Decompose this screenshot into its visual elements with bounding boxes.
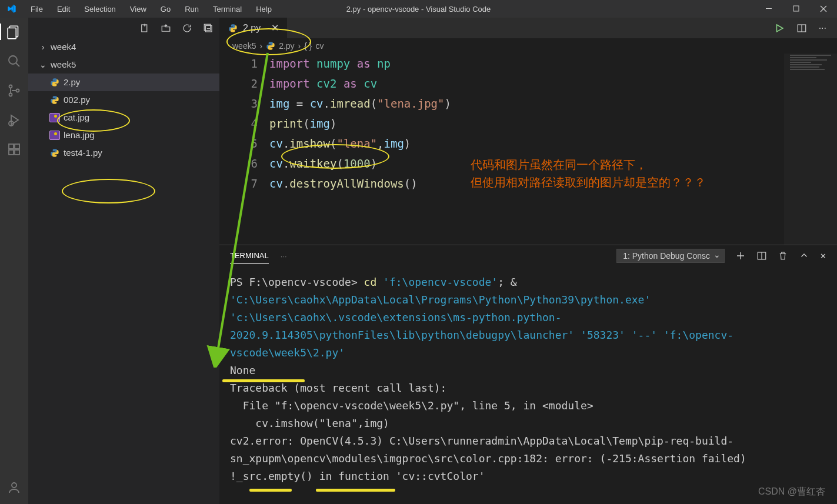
breadcrumb-seg3[interactable]: { } <box>304 41 312 51</box>
image-file-icon <box>49 113 60 122</box>
explorer-toolbar <box>28 18 219 38</box>
svg-rect-14 <box>142 25 147 32</box>
python-file-icon <box>49 77 60 88</box>
chevron-right-icon: › <box>259 41 262 51</box>
file-002.py[interactable]: 002.py <box>28 91 219 109</box>
account-icon[interactable] <box>6 479 22 496</box>
image-file-icon <box>49 131 60 140</box>
file-tree: ›week4⌄week52.py002.pycat.jpglena.jpgtes… <box>28 38 219 162</box>
menu-help[interactable]: Help <box>249 2 279 16</box>
collapse-all-icon[interactable] <box>203 23 214 34</box>
more-icon[interactable]: ··· <box>281 252 287 261</box>
breadcrumb-seg2[interactable]: 2.py <box>279 41 294 51</box>
tab-label: 2.py <box>243 23 261 34</box>
svg-rect-1 <box>793 6 799 11</box>
bottom-panel: TERMINAL ··· 1: Python Debug Consc ✕ PS … <box>219 245 837 504</box>
menu-run[interactable]: Run <box>178 2 206 16</box>
new-folder-icon[interactable] <box>161 23 171 34</box>
line-numbers: 1234567 <box>219 54 269 245</box>
file-test4-1.py[interactable]: test4-1.py <box>28 144 219 162</box>
maximize-button[interactable] <box>783 0 810 18</box>
run-button[interactable] <box>774 23 785 34</box>
refresh-icon[interactable] <box>182 23 192 34</box>
titlebar: File Edit Selection View Go Run Terminal… <box>0 0 837 18</box>
svg-rect-16 <box>204 24 211 31</box>
chevron-right-icon: › <box>39 38 47 56</box>
breadcrumb-seg4[interactable]: cv <box>316 41 324 51</box>
breadcrumb[interactable]: week5 › 2.py › { } cv <box>219 38 837 54</box>
svg-point-7 <box>16 89 19 92</box>
svg-rect-9 <box>9 144 14 149</box>
file-cat.jpg[interactable]: cat.jpg <box>28 109 219 126</box>
svg-rect-12 <box>15 144 19 149</box>
search-icon[interactable] <box>6 53 22 69</box>
menu-selection[interactable]: Selection <box>77 2 122 16</box>
minimap[interactable] <box>784 54 837 245</box>
svg-rect-10 <box>9 150 14 155</box>
more-actions-icon[interactable]: ··· <box>819 23 826 34</box>
menu-view[interactable]: View <box>123 2 154 16</box>
window-title: 2.py - opencv-vscode - Visual Studio Cod… <box>346 5 491 14</box>
svg-rect-3 <box>8 28 16 39</box>
menu-edit[interactable]: Edit <box>50 2 77 16</box>
chevron-down-icon: ⌄ <box>39 56 47 74</box>
menubar: File Edit Selection View Go Run Terminal… <box>24 2 279 16</box>
svg-point-5 <box>9 85 12 88</box>
menu-terminal[interactable]: Terminal <box>206 2 249 16</box>
chevron-right-icon: › <box>298 41 301 51</box>
code-editor[interactable]: 1234567 import numpy as npimport cv2 as … <box>219 54 837 245</box>
terminal-dropdown[interactable]: 1: Python Debug Consc <box>616 249 725 263</box>
tab-2py[interactable]: 2.py ✕ <box>219 18 287 38</box>
file-lena.jpg[interactable]: lena.jpg <box>28 126 219 144</box>
folder-week4[interactable]: ›week4 <box>28 38 219 56</box>
activity-bar <box>0 18 28 504</box>
watermark: CSDN @曹红杏 <box>758 486 825 498</box>
explorer-sidebar: ›week4⌄week52.py002.pycat.jpglena.jpgtes… <box>28 18 219 504</box>
terminal-output[interactable]: PS F:\opencv-vscode> cd 'f:\opencv-vscod… <box>219 266 837 504</box>
tab-bar: 2.py ✕ ··· <box>219 18 837 38</box>
menu-go[interactable]: Go <box>154 2 178 16</box>
vscode-icon <box>7 4 16 14</box>
minimize-button[interactable] <box>756 0 783 18</box>
python-file-icon <box>228 23 238 34</box>
close-panel-icon[interactable]: ✕ <box>820 252 826 261</box>
split-editor-icon[interactable] <box>796 23 807 34</box>
trash-icon[interactable] <box>778 251 788 261</box>
breadcrumb-seg1[interactable]: week5 <box>232 41 256 51</box>
tab-close-icon[interactable]: ✕ <box>271 22 279 34</box>
python-file-icon <box>49 95 60 105</box>
file-2.py[interactable]: 2.py <box>28 74 219 91</box>
python-file-icon <box>266 41 275 51</box>
svg-rect-11 <box>15 150 19 155</box>
new-file-icon[interactable] <box>139 23 150 34</box>
close-button[interactable] <box>810 0 837 18</box>
code-content[interactable]: import numpy as npimport cv2 as cvimg = … <box>269 54 837 245</box>
terminal-tab[interactable]: TERMINAL <box>230 248 269 264</box>
svg-point-4 <box>9 56 17 64</box>
svg-point-13 <box>12 483 16 488</box>
source-control-icon[interactable] <box>6 82 22 99</box>
explorer-icon[interactable] <box>6 24 22 40</box>
folder-week5[interactable]: ⌄week5 <box>28 56 219 74</box>
new-terminal-icon[interactable] <box>735 251 746 261</box>
svg-rect-0 <box>766 8 772 9</box>
python-file-icon <box>49 148 60 158</box>
debug-icon[interactable] <box>6 112 22 128</box>
extensions-icon[interactable] <box>6 141 22 158</box>
menu-file[interactable]: File <box>24 2 50 16</box>
split-terminal-icon[interactable] <box>756 251 767 261</box>
svg-point-6 <box>9 94 12 96</box>
maximize-panel-icon[interactable] <box>799 251 809 261</box>
